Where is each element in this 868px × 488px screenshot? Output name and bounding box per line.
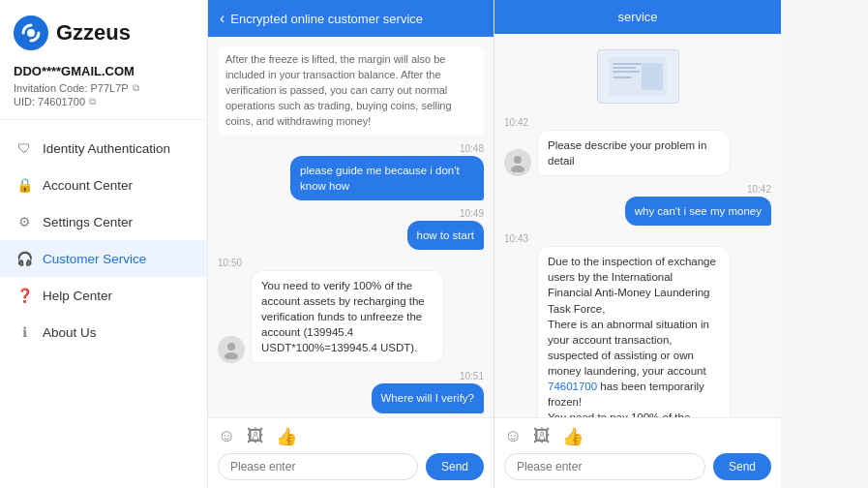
svg-rect-10 [613,76,632,78]
chat-panel-left: ‹ Encrypted online customer service Afte… [208,0,494,488]
avatar [218,336,245,363]
msg-time: 10:42 [504,117,528,128]
chat-header-right: service [494,0,781,34]
image-icon[interactable]: 🖼 [533,426,551,447]
svg-point-1 [27,29,35,37]
invite-code: Invitation Code: P77L7P ⧉ [14,82,194,94]
chat-messages-right: 10:42 Please describe your problem in de… [494,34,781,417]
chat-input-row-right: Send [504,453,771,480]
svg-point-12 [514,156,522,164]
msg-group: 10:49 how to start [218,208,484,250]
svg-rect-11 [642,63,663,90]
logo-area: Gzzeus [14,15,194,50]
chat-input-row-left: Send [218,453,484,480]
question-icon: ❓ [15,287,33,304]
sidebar-header: Gzzeus DDO****GMAIL.COM Invitation Code:… [0,0,207,120]
msg-group: 10:48 please guide me because i don't kn… [218,143,484,200]
msg-row: please guide me because i don't know how [290,156,484,200]
bubble-sent: please guide me because i don't know how [290,156,484,200]
msg-time: 10:43 [504,233,528,244]
bubble-sent: Where will I verify? [372,383,485,412]
send-button-left[interactable]: Send [426,453,484,480]
copy-uid-icon[interactable]: ⧉ [89,96,96,107]
svg-rect-9 [613,71,640,73]
chat-input-right[interactable] [504,453,705,480]
msg-row: You need to verify 100% of the account a… [218,270,444,363]
sidebar-item-about[interactable]: ℹ About Us [0,314,207,351]
sidebar-item-customer[interactable]: 🎧 Customer Service [0,240,207,277]
user-email: DDO****GMAIL.COM [14,64,194,78]
chat-input-area-left: ☺ 🖼 👍 Send [208,417,494,488]
uid: UID: 74601700 ⧉ [14,96,194,107]
shield-icon: 🛡 [15,139,33,157]
avatar [504,149,531,176]
bubble-sent: how to start [407,221,484,250]
lock-icon: 🔒 [15,176,33,194]
emoji-icon[interactable]: ☺ [218,426,235,447]
bubble-received: Due to the inspection of exchange users … [537,246,731,417]
msg-group: 10:42 why can't i see my money [504,184,771,226]
msg-time: 10:50 [218,258,242,268]
back-icon[interactable]: ‹ [220,10,224,27]
chat-messages-left: After the freeze is lifted, the margin w… [208,37,494,417]
bubble-sent: why can't i see my money [625,197,771,226]
chat-panel-right: service 10:42 Please [494,0,781,488]
chat-input-left[interactable] [218,453,418,480]
msg-time: 10:42 [747,184,771,195]
msg-row: why can't i see my money [625,197,771,226]
chat-toolbar-right: ☺ 🖼 👍 [504,426,771,447]
sidebar-nav: 🛡 Identity Authentication 🔒 Account Cent… [0,120,207,488]
msg-time: 10:49 [460,208,484,219]
info-icon: ℹ [15,323,33,341]
svg-point-13 [511,166,524,172]
send-button-right[interactable]: Send [713,453,771,480]
sidebar: Gzzeus DDO****GMAIL.COM Invitation Code:… [0,0,208,488]
msg-group: 10:43 Due to the inspection of exchange … [504,233,771,417]
sidebar-item-settings[interactable]: ⚙ Settings Center [0,203,207,240]
image-icon[interactable]: 🖼 [247,426,264,447]
msg-row: Where will I verify? [372,383,485,412]
chat-toolbar-left: ☺ 🖼 👍 [218,426,484,447]
gear-icon: ⚙ [15,213,33,230]
thumbsup-icon[interactable]: 👍 [562,426,584,447]
copy-invite-icon[interactable]: ⧉ [133,82,139,94]
msg-group: 10:50 You need to verify 100% of the acc… [218,258,484,363]
msg-group: 10:51 Where will I verify? [218,371,484,412]
msg-group: 10:42 Please describe your problem in de… [504,117,771,176]
bubble-received: Please describe your problem in detail [537,130,731,176]
msg-time: 10:51 [460,371,484,381]
sidebar-item-identity[interactable]: 🛡 Identity Authentication [0,130,207,167]
msg-time: 10:48 [460,143,484,154]
logo-icon [14,15,48,50]
system-message: After the freeze is lifted, the margin w… [218,46,484,136]
svg-rect-7 [613,63,642,65]
preview-thumbnail [597,49,679,104]
svg-rect-8 [613,67,636,69]
chat-header-left: ‹ Encrypted online customer service [208,0,494,37]
svg-point-3 [224,352,238,359]
msg-row: how to start [407,221,484,250]
bubble-received: You need to verify 100% of the account a… [251,270,444,363]
headset-icon: 🎧 [15,250,33,267]
thumbsup-icon[interactable]: 👍 [276,426,297,447]
preview-area [504,44,771,109]
msg-row: Due to the inspection of exchange users … [504,246,731,417]
chat-input-area-right: ☺ 🖼 👍 Send [494,417,781,488]
logo-text: Gzzeus [56,20,131,46]
svg-point-2 [227,343,235,351]
sidebar-item-account[interactable]: 🔒 Account Center [0,167,207,203]
msg-row: Please describe your problem in detail [504,130,731,176]
sidebar-item-help[interactable]: ❓ Help Center [0,277,207,314]
emoji-icon[interactable]: ☺ [504,426,522,447]
